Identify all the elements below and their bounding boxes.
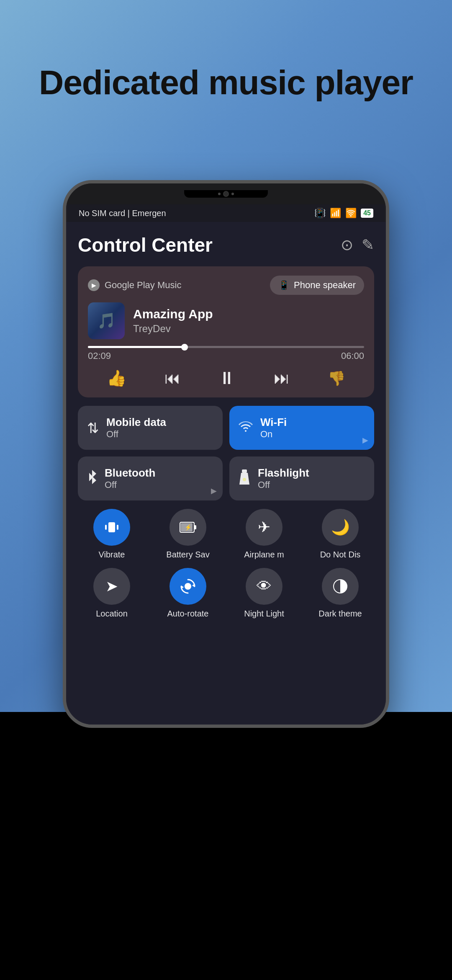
battery-saver-circle: ⚡ — [170, 509, 206, 546]
location-label: Location — [96, 609, 128, 619]
bluetooth-tile[interactable]: Bluetooth Off ▶ — [78, 456, 223, 500]
total-time: 06:00 — [341, 351, 364, 361]
toggle-grid: ⇅ Mobile data Off — [78, 406, 374, 500]
location-circle: ➤ — [93, 568, 130, 605]
svg-rect-4 — [105, 525, 107, 530]
vibrate-circle — [93, 509, 130, 546]
night-light-label: Night Light — [244, 609, 284, 619]
wifi-tile-icon — [239, 420, 253, 436]
track-artist: TreyDev — [133, 323, 364, 335]
dark-theme-item[interactable]: Dark theme — [306, 568, 374, 619]
pause-button[interactable]: ⏸ — [218, 368, 236, 388]
wifi-text: Wi-Fi On — [260, 416, 365, 440]
speaker-icon: 📱 — [278, 280, 290, 291]
vibrate-icon: 📳 — [314, 208, 326, 219]
status-bar: No SIM card | Emergen 📳 📶 🛜 45 — [66, 204, 386, 222]
signal-icon: 📶 — [330, 208, 341, 219]
airplane-circle: ✈ — [246, 509, 282, 546]
mobile-data-text: Mobile data Off — [106, 416, 213, 440]
bluetooth-icon — [87, 469, 97, 488]
notch-camera — [223, 191, 229, 197]
night-light-circle: 👁 — [246, 568, 282, 605]
status-right: 📳 📶 🛜 45 — [314, 208, 373, 219]
progress-bar-container[interactable]: 02:09 06:00 — [88, 346, 364, 361]
svg-marker-12 — [181, 585, 184, 589]
svg-point-2 — [243, 478, 246, 481]
wifi-status: On — [260, 429, 365, 440]
music-controls: 👍 ⏮ ⏸ ⏭ 👎 — [88, 368, 364, 388]
progress-fill — [88, 346, 185, 348]
phone-frame: No SIM card | Emergen 📳 📶 🛜 45 Control C… — [63, 180, 389, 728]
cc-title: Control Center — [78, 234, 213, 256]
do-not-disturb-label: Do Not Dis — [320, 550, 361, 560]
black-bar-bottom — [0, 875, 452, 980]
wifi-tile[interactable]: Wi-Fi On ▶ — [229, 406, 374, 450]
wifi-status-icon: 🛜 — [345, 208, 357, 219]
mobile-data-name: Mobile data — [106, 416, 213, 429]
dark-theme-label: Dark theme — [318, 609, 362, 619]
battery-saver-label: Battery Sav — [166, 550, 209, 560]
speaker-label: Phone speaker — [294, 280, 356, 291]
quick-row-1: Vibrate ⚡ Battery Sav — [78, 509, 374, 560]
notch-dot — [218, 193, 221, 195]
quick-row-2: ➤ Location Auto-rotate — [78, 568, 374, 619]
notch-dot — [231, 193, 234, 195]
night-light-item[interactable]: 👁 Night Light — [230, 568, 298, 619]
progress-thumb — [181, 344, 188, 351]
title-section: Dedicated music player — [0, 63, 452, 102]
bluetooth-name: Bluetooth — [105, 467, 213, 480]
flashlight-name: Flashlight — [258, 467, 365, 480]
thumbs-up-button[interactable]: 👍 — [107, 369, 126, 387]
phone-notch — [184, 190, 268, 198]
music-source: ▶ Google Play Music — [88, 279, 181, 291]
music-info: 🎵 Amazing App TreyDev — [88, 302, 364, 339]
page-title: Dedicated music player — [33, 63, 419, 102]
control-center-body: Control Center ⊙ ✎ ▶ Google Play Music 📱… — [66, 222, 386, 725]
svg-rect-8 — [194, 525, 196, 529]
brightness-icon[interactable]: ⊙ — [341, 236, 353, 254]
flashlight-icon — [239, 469, 250, 488]
prev-button[interactable]: ⏮ — [164, 369, 180, 387]
vibrate-item[interactable]: Vibrate — [78, 509, 146, 560]
album-art: 🎵 — [88, 302, 125, 339]
flashlight-tile[interactable]: Flashlight Off — [229, 456, 374, 500]
phone-notch-area — [66, 183, 386, 204]
next-button[interactable]: ⏭ — [274, 369, 290, 387]
bluetooth-status: Off — [105, 480, 213, 490]
progress-track — [88, 346, 364, 348]
wifi-name: Wi-Fi — [260, 416, 365, 429]
track-info: Amazing App TreyDev — [133, 307, 364, 335]
mobile-data-tile[interactable]: ⇅ Mobile data Off — [78, 406, 223, 450]
do-not-disturb-item[interactable]: 🌙 Do Not Dis — [306, 509, 374, 560]
svg-rect-3 — [108, 522, 115, 532]
time-labels: 02:09 06:00 — [88, 351, 364, 361]
battery-indicator: 45 — [361, 209, 373, 218]
wifi-arrow: ▶ — [362, 436, 368, 445]
svg-text:⚡: ⚡ — [185, 524, 192, 531]
airplane-item[interactable]: ✈ Airplane m — [230, 509, 298, 560]
music-card-top: ▶ Google Play Music 📱 Phone speaker — [88, 276, 364, 295]
auto-rotate-item[interactable]: Auto-rotate — [154, 568, 222, 619]
music-source-name: Google Play Music — [105, 280, 181, 291]
phone-wrapper: No SIM card | Emergen 📳 📶 🛜 45 Control C… — [63, 180, 389, 728]
cc-header: Control Center ⊙ ✎ — [78, 222, 374, 266]
phone-speaker-button[interactable]: 📱 Phone speaker — [270, 276, 364, 295]
current-time: 02:09 — [88, 351, 111, 361]
notch-dots — [218, 191, 234, 197]
svg-rect-5 — [117, 525, 118, 530]
location-item[interactable]: ➤ Location — [78, 568, 146, 619]
battery-saver-item[interactable]: ⚡ Battery Sav — [154, 509, 222, 560]
track-name: Amazing App — [133, 307, 364, 321]
bluetooth-arrow: ▶ — [211, 486, 217, 495]
cc-header-icons: ⊙ ✎ — [341, 236, 374, 254]
svg-rect-0 — [242, 469, 247, 473]
airplane-label: Airplane m — [244, 550, 284, 560]
thumbs-down-button[interactable]: 👎 — [328, 370, 345, 387]
svg-marker-11 — [192, 584, 195, 587]
music-player-card: ▶ Google Play Music 📱 Phone speaker 🎵 Am… — [78, 266, 374, 397]
edit-icon[interactable]: ✎ — [362, 236, 374, 254]
flashlight-text: Flashlight Off — [258, 467, 365, 490]
flashlight-status: Off — [258, 480, 365, 490]
mobile-data-status: Off — [106, 429, 213, 440]
auto-rotate-label: Auto-rotate — [167, 609, 209, 619]
